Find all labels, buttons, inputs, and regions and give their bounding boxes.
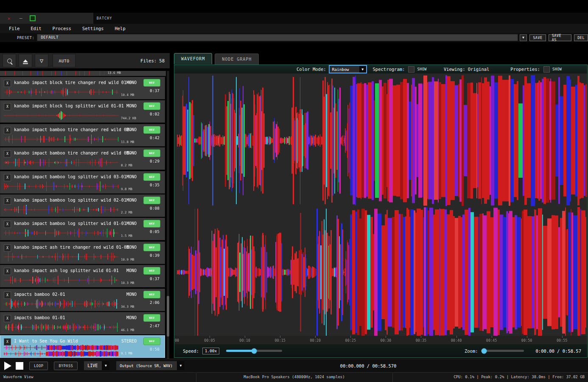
timeline-label: 00:40 — [451, 338, 462, 343]
file-name: kanabo_impact_block_log_splitter_wild_01… — [14, 104, 124, 108]
file-row-partial[interactable]: 13.6 MB — [0, 71, 166, 76]
properties-label: Properties: — [510, 67, 540, 72]
file-row[interactable]: X kanabo_impact_block_log_splitter_wild_… — [0, 100, 165, 123]
properties-checkbox[interactable] — [543, 66, 550, 73]
remove-file-button[interactable]: X — [4, 127, 11, 134]
preset-save-button[interactable]: SAVE — [529, 34, 546, 41]
sort-button[interactable] — [19, 54, 32, 67]
search-icon — [7, 59, 12, 63]
file-row[interactable]: X impacts_bamboo_01-01 MONO WAV 2:47 46.… — [0, 312, 165, 334]
file-row[interactable]: X kanabo_impact_bamboo_tire_changer_red_… — [0, 124, 165, 146]
file-row[interactable]: X kanabo_impact_bamboo_log_splitter_wild… — [0, 171, 165, 194]
minimize-window-icon[interactable]: ─ — [18, 15, 24, 21]
file-row[interactable]: X kanabo_impact_bamboo_tire_changer_red_… — [0, 147, 165, 170]
remove-file-button[interactable]: X — [4, 244, 11, 252]
file-row[interactable]: X kanabo_impact_ash_log_splitter_wild_01… — [0, 265, 165, 287]
format-badge: WAV — [143, 267, 160, 275]
channel-badge: MONO — [126, 151, 137, 155]
file-name: kanabo_impact_block_tire_changer_red_wil… — [14, 80, 132, 85]
remove-file-button[interactable]: X — [4, 174, 11, 181]
zoom-label: Zoom: — [465, 348, 478, 354]
tab-node-graph[interactable]: NODE GRAPH — [215, 53, 259, 65]
maximize-window-icon[interactable] — [30, 15, 36, 21]
stop-button[interactable] — [16, 362, 23, 370]
tab-waveform[interactable]: WAVEFORM — [174, 53, 212, 64]
file-size: 744.2 KB — [121, 116, 136, 120]
file-list: 13.6 MB X kanabo_impact_block_tire_chang… — [0, 71, 166, 359]
spectrogram-label: Spectrogram: — [373, 67, 405, 72]
file-row[interactable]: X kanabo_impact_bamboo_log_splitter_wild… — [0, 218, 165, 240]
waveform-thumbnail — [4, 344, 118, 357]
waveform-display[interactable] — [174, 73, 587, 336]
menu-process[interactable]: Process — [47, 24, 77, 33]
filter-button[interactable]: ▽ — [35, 54, 48, 67]
app-window: ✕ ─ BATCHY File Edit Process Settings He… — [0, 0, 588, 382]
color-mode-value: Rainbow — [330, 67, 349, 72]
remove-file-button[interactable]: X — [4, 103, 11, 110]
waveform-panel: Color Mode: Rainbow ▼ Spectrogram: SHOW … — [174, 65, 588, 358]
remove-file-button[interactable]: X — [4, 292, 11, 299]
remove-file-button[interactable]: X — [4, 315, 11, 322]
waveform-controls: Color Mode: Rainbow ▼ Spectrogram: SHOW … — [174, 65, 587, 73]
file-row[interactable]: X kanabo_impact_bamboo_log_splitter_wild… — [0, 194, 165, 217]
file-duration: 0:37 — [150, 88, 160, 93]
channel-badge: MONO — [126, 292, 137, 297]
output-format-value: Output (Source SR, WAV) — [116, 364, 176, 368]
zoom-slider[interactable] — [482, 350, 524, 352]
color-mode-select[interactable]: Rainbow ▼ — [329, 65, 367, 73]
menu-settings[interactable]: Settings — [77, 24, 109, 33]
file-sidebar: ▽ AUTO Files: 58 13.6 MB X kanabo_impact… — [0, 42, 172, 359]
menu-file[interactable]: File — [3, 24, 25, 33]
channel-badge: MONO — [126, 268, 137, 273]
file-name: impacts_bamboo_01-01 — [14, 315, 65, 320]
zoom-slider-handle[interactable] — [481, 348, 487, 354]
auto-button[interactable]: AUTO — [53, 54, 76, 67]
search-button[interactable] — [3, 54, 16, 67]
file-row[interactable]: X kanabo_impact_block_tire_changer_red_w… — [0, 77, 165, 99]
preset-value-field[interactable]: DEFAULT — [37, 34, 518, 41]
file-name: I Want to See You Go Wild — [14, 339, 78, 343]
bypass-button[interactable]: BYPASS — [54, 362, 78, 370]
remove-file-button[interactable]: X — [4, 80, 11, 87]
file-size: 46.1 MB — [121, 328, 134, 332]
remove-file-button[interactable]: X — [4, 221, 11, 228]
chevron-down-icon: ▼ — [102, 361, 109, 370]
preset-dropdown-button[interactable]: ▼ — [520, 34, 527, 41]
window-title: BATCHY — [83, 13, 126, 24]
menu-edit[interactable]: Edit — [25, 24, 47, 33]
timeline-label: 00:45 — [486, 338, 497, 343]
format-badge: WAV — [143, 291, 160, 298]
channel-badge: MONO — [126, 315, 137, 320]
spectrogram-checkbox[interactable] — [408, 66, 414, 73]
format-badge: WAV — [143, 102, 160, 110]
waveform-thumbnail — [4, 181, 118, 192]
file-row[interactable]: X impacts_bamboo_02-01 MONO WAV 2:06 34.… — [0, 289, 165, 311]
timeline-origin-label: 00 — [175, 338, 179, 343]
stereo-waveform-canvas[interactable] — [174, 73, 587, 336]
speed-slider-handle[interactable] — [251, 348, 257, 354]
file-size: 13.6 MB — [107, 71, 121, 75]
files-count: Files: 58 — [140, 58, 165, 63]
speed-value-field[interactable]: 1.00x — [202, 348, 219, 354]
remove-file-button[interactable]: X — [4, 150, 11, 157]
close-window-icon[interactable]: ✕ — [6, 15, 12, 21]
menu-help[interactable]: Help — [109, 24, 131, 33]
remove-file-button[interactable]: X — [4, 197, 11, 205]
scrollbar-thumb[interactable] — [167, 296, 169, 337]
filter-icon: ▽ — [40, 58, 43, 64]
remove-file-button[interactable]: X — [4, 268, 11, 275]
play-button[interactable] — [4, 362, 11, 370]
file-duration: 0:42 — [150, 135, 160, 140]
live-mode-select[interactable]: LIVE ▼ — [84, 361, 110, 371]
chevron-down-icon: ▼ — [522, 36, 524, 39]
window-controls: ✕ ─ — [0, 13, 93, 24]
file-row[interactable]: X I Want to See You Go Wild STEREO WAV 0… — [0, 335, 165, 358]
speed-slider[interactable] — [226, 350, 282, 352]
file-name: kanabo_impact_bamboo_tire_changer_red_wi… — [14, 151, 132, 155]
waveform-thumbnail — [4, 204, 118, 215]
file-row[interactable]: X kanabo_impact_ash_tire_changer_red_wil… — [0, 242, 165, 264]
loop-button[interactable]: LOOP — [29, 362, 48, 370]
preset-save-as-button[interactable]: SAVE AS — [549, 34, 571, 41]
file-size: 10.4 MB — [121, 93, 134, 97]
preset-del-button[interactable]: DEL — [574, 34, 588, 41]
